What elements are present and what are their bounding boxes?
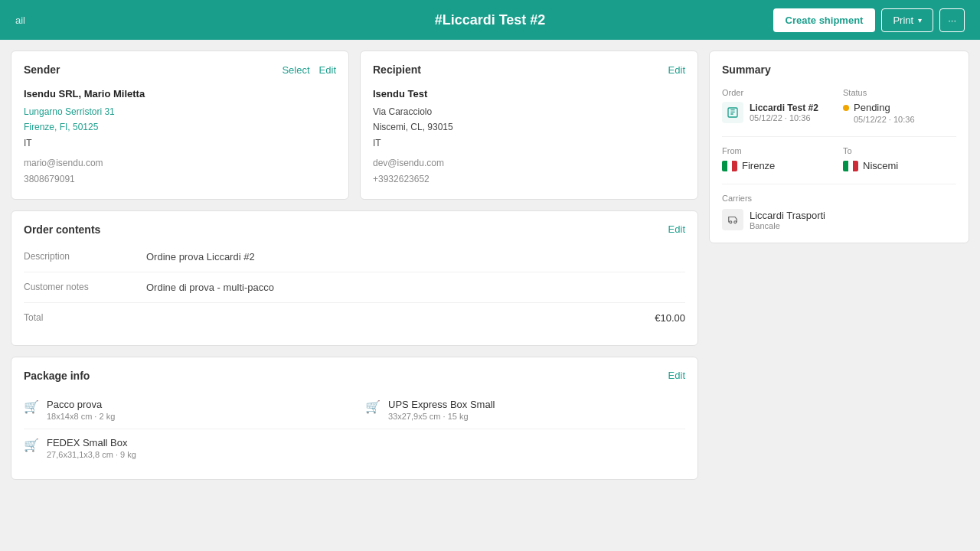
page-title: #Liccardi Test #2 <box>435 12 546 28</box>
order-contents-title: Order contents <box>24 223 100 236</box>
from-city: Firenze <box>742 160 775 171</box>
sender-address2: Firenze, FI, 50125 <box>24 119 336 135</box>
order-contents-edit-button[interactable]: Edit <box>668 223 685 235</box>
print-button[interactable]: Print ▾ <box>881 8 933 32</box>
order-contents-card: Order contents Edit Description Ordine p… <box>11 210 698 346</box>
recipient-title: Recipient <box>373 64 421 76</box>
order-label: Order <box>722 88 835 97</box>
status-dot <box>843 105 849 111</box>
order-icon <box>722 102 743 123</box>
carrier-sub: Bancale <box>750 221 825 230</box>
summary-card: Summary Order Liccardi Test #2 05/12/22 … <box>709 51 969 243</box>
package-icon: 🛒 <box>365 399 381 414</box>
recipient-email: dev@isendu.com <box>373 155 685 171</box>
order-name: Liccardi Test #2 <box>750 103 818 113</box>
to-city: Niscemi <box>863 160 898 171</box>
order-date: 05/12/22 · 10:36 <box>750 113 818 122</box>
carrier-icon <box>722 209 743 230</box>
package-dims: 27,6x31,1x3,8 cm · 9 kg <box>47 450 136 459</box>
package-info-title: Package info <box>24 370 90 382</box>
recipient-address2: Niscemi, CL, 93015 <box>373 119 685 135</box>
package-icon: 🛒 <box>24 399 39 414</box>
more-button[interactable]: ··· <box>939 8 965 32</box>
recipient-address1: Via Caracciolo <box>373 104 685 119</box>
chevron-down-icon: ▾ <box>918 16 922 24</box>
package-dims: 18x14x8 cm · 2 kg <box>47 412 115 421</box>
description-value: Ordine prova Liccardi #2 <box>146 251 255 262</box>
sender-address1: Lungarno Serristori 31 <box>24 104 336 119</box>
package-info-card: Package info Edit 🛒 Pacco prova 18x14x8 … <box>11 357 698 480</box>
customer-notes-value: Ordine di prova - multi-pacco <box>146 282 274 293</box>
description-label: Description <box>24 251 146 262</box>
create-shipment-button[interactable]: Create shipment <box>773 8 876 32</box>
summary-title: Summary <box>722 64 956 76</box>
total-label: Total <box>24 312 146 323</box>
order-description-row: Description Ordine prova Liccardi #2 <box>24 242 685 272</box>
package-item: 🛒 Pacco prova 18x14x8 cm · 2 kg <box>24 391 354 429</box>
from-flag-icon <box>722 161 737 171</box>
recipient-phone: +3932623652 <box>373 171 685 187</box>
sender-card: Sender Select Edit Isendu SRL, Mario Mil… <box>11 51 349 200</box>
status-text: Pending <box>854 102 890 113</box>
package-name: Pacco prova <box>47 399 115 410</box>
package-item: 🛒 FEDEX Small Box 27,6x31,1x3,8 cm · 9 k… <box>24 429 354 467</box>
customer-notes-label: Customer notes <box>24 282 146 292</box>
package-icon: 🛒 <box>24 438 39 452</box>
recipient-name: Isendu Test <box>373 88 685 99</box>
sender-phone: 3808679091 <box>24 171 336 187</box>
recipient-edit-button[interactable]: Edit <box>668 64 685 76</box>
package-info-edit-button[interactable]: Edit <box>668 370 685 381</box>
customer-notes-row: Customer notes Ordine di prova - multi-p… <box>24 272 685 303</box>
sender-select-button[interactable]: Select <box>282 64 309 76</box>
total-row: Total €10.00 <box>24 303 685 333</box>
package-name: UPS Express Box Small <box>388 399 495 410</box>
print-label: Print <box>893 15 913 26</box>
svg-point-2 <box>734 221 737 223</box>
package-item: 🛒 UPS Express Box Small 33x27,9x5 cm · 1… <box>354 391 685 429</box>
status-date: 05/12/22 · 10:36 <box>843 115 956 124</box>
sender-country: IT <box>24 135 336 151</box>
carriers-label: Carriers <box>722 194 956 203</box>
to-flag-icon <box>843 161 858 171</box>
sender-title: Sender <box>24 64 60 76</box>
package-name: FEDEX Small Box <box>47 437 136 448</box>
back-link[interactable]: ail <box>15 15 25 26</box>
package-dims: 33x27,9x5 cm · 15 kg <box>388 412 495 421</box>
carrier-name: Liccardi Trasporti <box>750 210 825 221</box>
status-label: Status <box>843 88 956 97</box>
sender-name: Isendu SRL, Mario Miletta <box>24 88 336 99</box>
to-label: To <box>843 146 956 155</box>
sender-email: mario@isendu.com <box>24 155 336 171</box>
sender-edit-button[interactable]: Edit <box>319 64 336 76</box>
svg-point-1 <box>730 221 732 223</box>
from-label: From <box>722 146 835 155</box>
total-value: €10.00 <box>655 312 685 324</box>
recipient-card: Recipient Edit Isendu Test Via Caracciol… <box>360 51 698 200</box>
recipient-country: IT <box>373 135 685 151</box>
